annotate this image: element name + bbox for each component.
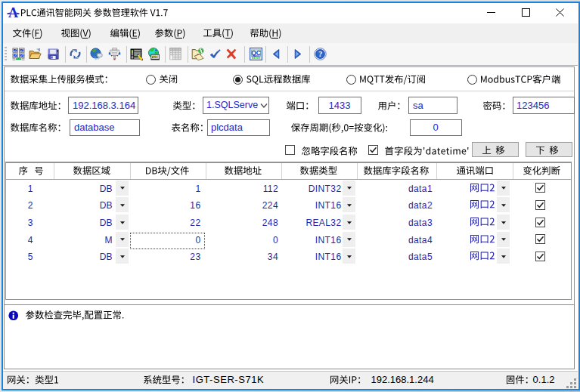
svg-text:A: A [8, 6, 18, 19]
svg-text:?: ? [318, 50, 321, 58]
